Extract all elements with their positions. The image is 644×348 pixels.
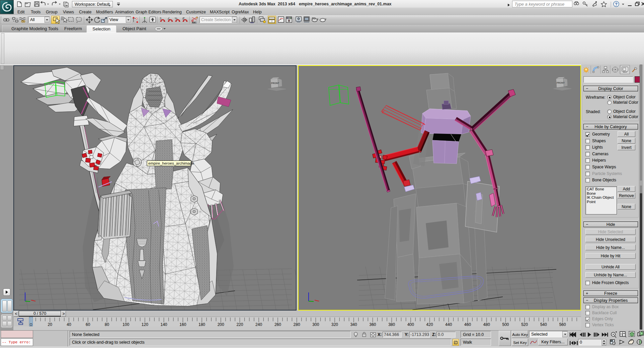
- svg-text:ABC: ABC: [192, 21, 196, 24]
- svg-text:540: 540: [540, 322, 547, 327]
- svg-text:300: 300: [312, 322, 319, 327]
- svg-text:340: 340: [350, 322, 357, 327]
- svg-text:220: 220: [236, 322, 243, 327]
- svg-text:140: 140: [160, 322, 167, 327]
- svg-text:360: 360: [369, 322, 376, 327]
- svg-text:120: 120: [142, 322, 148, 327]
- svg-text:20: 20: [48, 322, 53, 327]
- svg-text:180: 180: [198, 322, 205, 327]
- svg-text:%: %: [175, 17, 177, 20]
- svg-text:100: 100: [123, 322, 129, 327]
- svg-text:FRONT: FRONT: [271, 82, 279, 84]
- svg-text:3: 3: [160, 17, 161, 20]
- svg-text:440: 440: [445, 322, 452, 327]
- svg-text:560: 560: [559, 322, 566, 327]
- svg-text:460: 460: [464, 322, 471, 327]
- svg-text:380: 380: [388, 322, 395, 327]
- svg-text:?: ?: [615, 2, 618, 7]
- svg-text:200: 200: [218, 322, 224, 327]
- svg-text:80: 80: [105, 322, 109, 327]
- svg-text:400: 400: [407, 322, 414, 327]
- svg-text:60: 60: [86, 322, 90, 327]
- svg-text:260: 260: [274, 322, 281, 327]
- svg-text:40: 40: [67, 322, 71, 327]
- svg-text:500: 500: [502, 322, 509, 327]
- svg-text:420: 420: [426, 322, 433, 327]
- svg-text:0: 0: [30, 322, 32, 327]
- svg-text:empire_heroes_archimage: empire_heroes_archimage: [148, 161, 194, 165]
- svg-text:160: 160: [179, 322, 186, 327]
- svg-text:⇵: ⇵: [182, 17, 185, 20]
- svg-text:480: 480: [483, 322, 490, 327]
- svg-text:280: 280: [294, 322, 300, 327]
- svg-text:240: 240: [255, 322, 262, 327]
- svg-text:∠: ∠: [167, 17, 170, 20]
- svg-text:520: 520: [521, 322, 528, 327]
- svg-text:FRONT: FRONT: [557, 82, 565, 84]
- svg-text:320: 320: [331, 322, 338, 327]
